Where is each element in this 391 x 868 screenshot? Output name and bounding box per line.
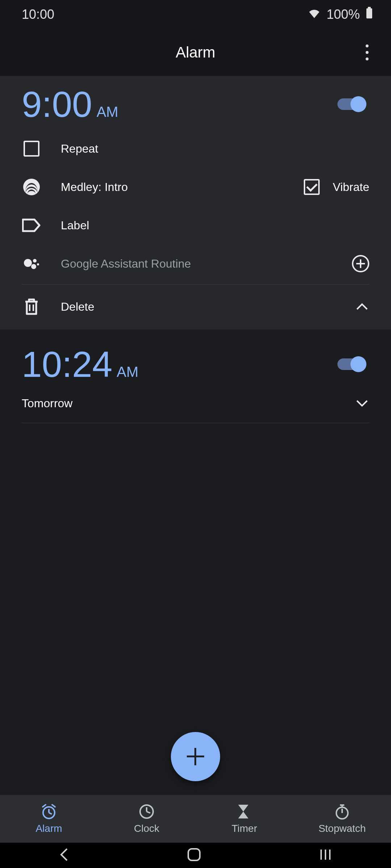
- plus-circle-icon: [352, 255, 369, 272]
- alarm-time-row: 10:24 AM: [0, 329, 391, 390]
- alarm-time-row: 9:00 AM: [0, 76, 391, 129]
- overflow-menu-button[interactable]: [356, 42, 378, 63]
- svg-point-3: [33, 259, 37, 263]
- hourglass-icon: [236, 803, 253, 820]
- svg-point-4: [31, 264, 36, 269]
- nav-timer[interactable]: Timer: [196, 795, 293, 843]
- label-row[interactable]: Label: [0, 206, 391, 244]
- sound-label: Medley: Intro: [61, 180, 128, 194]
- vibrate-row[interactable]: Vibrate: [304, 179, 369, 195]
- svg-line-15: [147, 812, 150, 813]
- delete-label: Delete: [61, 300, 94, 314]
- alarm-time-button[interactable]: 10:24 AM: [22, 346, 138, 382]
- alarm-summary-row[interactable]: Tomorrow: [0, 390, 391, 423]
- vibrate-label: Vibrate: [333, 180, 369, 194]
- stopwatch-icon: [334, 803, 350, 820]
- back-icon: [58, 847, 71, 863]
- alarm-card-collapsed: 10:24 AM Tomorrow: [0, 329, 391, 423]
- battery-percent: 100%: [327, 7, 360, 22]
- status-right: 100%: [308, 7, 373, 22]
- system-nav-bar: [0, 843, 391, 868]
- alarm-toggle[interactable]: [337, 356, 369, 372]
- repeat-checkbox[interactable]: [22, 139, 41, 158]
- status-time: 10:00: [22, 7, 54, 22]
- card-footer: Delete: [0, 286, 391, 329]
- assistant-label: Google Assistant Routine: [61, 257, 191, 271]
- clock-icon: [138, 803, 155, 820]
- nav-alarm[interactable]: Alarm: [0, 795, 98, 843]
- label-icon: [22, 216, 41, 235]
- plus-icon: [187, 748, 204, 765]
- svg-rect-20: [188, 849, 200, 860]
- collapse-button[interactable]: [355, 299, 369, 314]
- assistant-icon: [22, 254, 41, 273]
- sys-home-button[interactable]: [186, 847, 202, 864]
- svg-point-5: [37, 263, 39, 265]
- alarm-time-button[interactable]: 9:00 AM: [22, 86, 118, 122]
- sound-vibrate-row: Medley: Intro Vibrate: [0, 168, 391, 206]
- repeat-row[interactable]: Repeat: [0, 129, 391, 168]
- svg-line-12: [52, 805, 55, 807]
- repeat-label: Repeat: [61, 142, 98, 156]
- more-vert-icon: [366, 44, 369, 60]
- nav-clock[interactable]: Clock: [98, 795, 196, 843]
- svg-point-2: [24, 259, 32, 267]
- alarm-ampm: AM: [117, 364, 138, 380]
- assistant-add-button[interactable]: [352, 255, 369, 272]
- assistant-row[interactable]: Google Assistant Routine: [0, 244, 391, 283]
- svg-line-10: [49, 813, 52, 814]
- home-icon: [186, 847, 202, 863]
- alarm-list: 9:00 AM Repeat Medley: Intro Vibrate: [0, 76, 391, 807]
- label-label: Label: [61, 219, 89, 232]
- spotify-icon: [22, 177, 41, 197]
- sound-row[interactable]: Medley: Intro: [22, 177, 128, 197]
- divider: [22, 284, 369, 285]
- add-alarm-fab[interactable]: [171, 732, 220, 781]
- alarm-card-expanded: 9:00 AM Repeat Medley: Intro Vibrate: [0, 76, 391, 329]
- trash-icon: [22, 297, 41, 316]
- bottom-nav: Alarm Clock Timer Stopwatch: [0, 795, 391, 843]
- nav-clock-label: Clock: [134, 823, 159, 834]
- expand-button[interactable]: [355, 396, 369, 410]
- alarm-toggle[interactable]: [337, 96, 369, 112]
- status-bar: 10:00 100%: [0, 0, 391, 29]
- alarm-ampm: AM: [97, 104, 118, 120]
- page-title: Alarm: [176, 44, 215, 61]
- nav-timer-label: Timer: [232, 823, 257, 834]
- chevron-up-icon: [356, 303, 369, 311]
- svg-rect-0: [366, 8, 372, 18]
- battery-icon: [366, 7, 373, 22]
- alarm-summary: Tomorrow: [22, 397, 72, 410]
- vibrate-checkbox[interactable]: [304, 179, 320, 195]
- nav-stopwatch[interactable]: Stopwatch: [293, 795, 391, 843]
- nav-stopwatch-label: Stopwatch: [319, 823, 366, 834]
- sys-back-button[interactable]: [58, 847, 71, 864]
- app-bar: Alarm: [0, 29, 391, 76]
- svg-rect-1: [368, 7, 371, 9]
- delete-button[interactable]: Delete: [22, 297, 94, 316]
- alarm-time: 10:24: [22, 346, 112, 382]
- sys-recents-button[interactable]: [318, 847, 333, 863]
- wifi-icon: [308, 7, 321, 22]
- alarm-icon: [41, 803, 57, 820]
- chevron-down-icon: [356, 399, 369, 407]
- svg-line-11: [43, 805, 46, 807]
- nav-alarm-label: Alarm: [35, 823, 62, 834]
- alarm-time: 9:00: [22, 86, 92, 122]
- recents-icon: [318, 847, 333, 862]
